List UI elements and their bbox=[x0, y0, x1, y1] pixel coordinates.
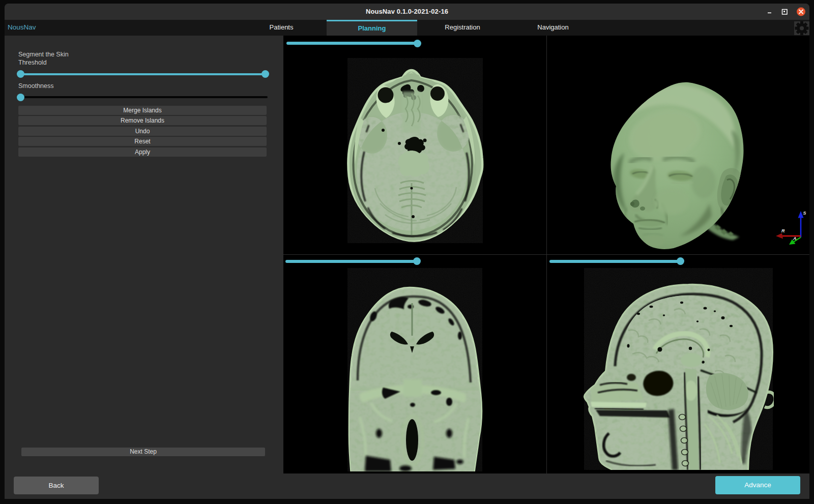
svg-text:A: A bbox=[793, 236, 797, 241]
svg-text:S: S bbox=[803, 211, 806, 216]
svg-text:R: R bbox=[781, 228, 785, 233]
